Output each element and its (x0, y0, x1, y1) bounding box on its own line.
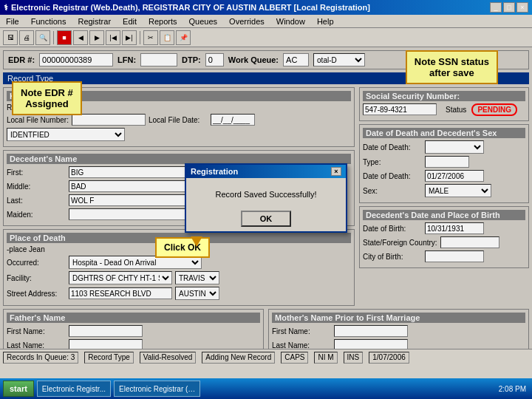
taskbar-item-2[interactable]: Electronic Registrar (… (114, 381, 200, 397)
minimize-button[interactable]: _ (490, 2, 502, 13)
menu-reports[interactable]: Reports (146, 16, 180, 27)
status-valid-resolved: Valid-Resolved (140, 352, 197, 364)
toolbar-btn-8[interactable]: ▶| (122, 30, 137, 45)
status-date: 1/07/2006 (369, 352, 409, 364)
menu-bar: File Functions Registrar Edit Reports Qu… (0, 15, 532, 28)
title-text: Electronic Registrar (Web.Death), REGIST… (11, 3, 370, 12)
taskbar: start Electronic Registr... Electronic R… (0, 378, 532, 399)
taskbar-item-1[interactable]: Electronic Registr... (37, 381, 111, 397)
toolbar-btn-2[interactable]: 🖨 (19, 30, 34, 45)
toolbar-btn-10[interactable]: 📋 (160, 30, 174, 45)
toolbar-btn-6[interactable]: ▶ (89, 30, 104, 45)
records-in-queue: Records In Queue: 3 (3, 352, 78, 364)
dialog-close-button[interactable]: × (331, 167, 341, 176)
menu-registrar[interactable]: Registrar (75, 16, 114, 27)
start-button[interactable]: start (3, 381, 34, 397)
close-button[interactable]: × (516, 2, 528, 13)
menu-help[interactable]: Help (314, 16, 337, 27)
menu-queues[interactable]: Queues (186, 16, 221, 27)
dialog-title: Registration (191, 167, 238, 176)
menu-file[interactable]: File (3, 16, 22, 27)
maximize-button[interactable]: □ (503, 2, 515, 13)
click-ok-arrow (191, 236, 202, 247)
app-icon: ⚕ (4, 3, 8, 13)
taskbar-time: 2:08 PM (499, 385, 529, 393)
menu-functions[interactable]: Functions (28, 16, 69, 27)
toolbar-btn-1[interactable]: 🖫 (3, 30, 18, 45)
status-caps: CAPS (281, 352, 308, 364)
title-bar-title: ⚕ Electronic Registrar (Web.Death), REGI… (4, 3, 370, 13)
status-bar: Records In Queue: 3 Record Type Valid-Re… (0, 349, 532, 365)
toolbar-sep-2 (140, 31, 140, 44)
toolbar: 🖫 🖨 🔍 ■ ◀ ▶ |◀ ▶| ✂ 📋 📌 (0, 28, 532, 47)
menu-overrides[interactable]: Overrides (226, 16, 267, 27)
dialog-buttons: OK (186, 206, 346, 231)
toolbar-btn-7[interactable]: |◀ (106, 30, 120, 45)
dialog-overlay: Registration × Record Saved Successfully… (0, 47, 532, 349)
title-bar-controls: _ □ × (490, 2, 528, 13)
toolbar-btn-3[interactable]: 🔍 (35, 30, 50, 45)
menu-window[interactable]: Window (273, 16, 308, 27)
menu-edit[interactable]: Edit (120, 16, 140, 27)
toolbar-btn-9[interactable]: ✂ (143, 30, 158, 45)
status-num: NI M (314, 352, 337, 364)
dialog-box: Registration × Record Saved Successfully… (185, 163, 347, 233)
status-record-type: Record Type (84, 352, 134, 364)
status-adding-new: Adding New Record (202, 352, 275, 364)
toolbar-btn-11[interactable]: 📌 (176, 30, 191, 45)
toolbar-btn-5[interactable]: ◀ (73, 30, 88, 45)
dialog-body: Record Saved Successfully! (186, 178, 346, 206)
status-ins: INS (344, 352, 364, 364)
toolbar-sep-1 (53, 31, 54, 44)
dialog-message: Record Saved Successfully! (216, 190, 317, 199)
dialog-titlebar: Registration × (186, 165, 346, 178)
dialog-ok-button[interactable]: OK (241, 211, 292, 227)
toolbar-btn-4[interactable]: ■ (57, 30, 72, 45)
title-bar: ⚕ Electronic Registrar (Web.Death), REGI… (0, 0, 532, 15)
